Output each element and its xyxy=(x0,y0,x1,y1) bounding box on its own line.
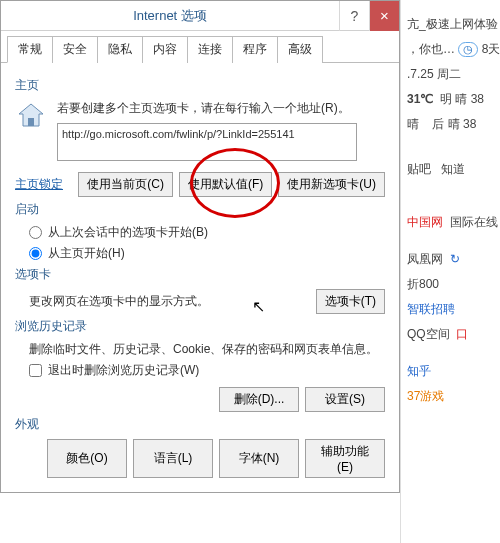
close-button[interactable]: × xyxy=(369,1,399,31)
section-history: 浏览历史记录 xyxy=(15,318,385,335)
tab-general[interactable]: 常规 xyxy=(7,36,53,63)
bg-weather: 晴 后 晴 38 xyxy=(407,116,494,133)
bg-link[interactable]: 贴吧 知道 xyxy=(407,161,494,178)
homepage-lock-link[interactable]: 主页锁定 xyxy=(15,176,63,193)
bg-weather: 31℃ 明 晴 38 xyxy=(407,91,494,108)
tabs-desc: 更改网页在选项卡中的显示方式。 xyxy=(29,293,209,310)
titlebar: Internet 选项 ? × xyxy=(1,1,399,31)
fonts-button[interactable]: 字体(N) xyxy=(219,439,299,478)
bg-link[interactable]: 中国网 国际在线 xyxy=(407,214,494,231)
internet-options-dialog: Internet 选项 ? × 常规 安全 隐私 内容 连接 程序 高级 主页 … xyxy=(0,0,400,493)
bg-link[interactable]: 智联招聘 xyxy=(407,301,494,318)
delete-on-exit-checkbox[interactable]: 退出时删除浏览历史记录(W) xyxy=(29,362,385,379)
home-icon xyxy=(15,100,47,132)
bg-date: .7.25 周二 xyxy=(407,66,494,83)
startup-last-session-radio[interactable]: 从上次会话中的选项卡开始(B) xyxy=(29,224,385,241)
languages-button[interactable]: 语言(L) xyxy=(133,439,213,478)
bg-link[interactable]: 凤凰网 ↻ xyxy=(407,251,494,268)
bg-link[interactable]: QQ空间 口 xyxy=(407,326,494,343)
tab-content-area: 主页 若要创建多个主页选项卡，请在每行输入一个地址(R)。 主页锁定 使用当前页… xyxy=(1,63,399,492)
help-button[interactable]: ? xyxy=(339,1,369,31)
dialog-title: Internet 选项 xyxy=(1,7,339,25)
tab-security[interactable]: 安全 xyxy=(52,36,98,63)
settings-button[interactable]: 设置(S) xyxy=(305,387,385,412)
refresh-icon[interactable]: ↻ xyxy=(450,252,460,266)
clock-icon: ◷ xyxy=(458,42,478,57)
bg-link[interactable]: 知乎 xyxy=(407,363,494,380)
section-startup: 启动 xyxy=(15,201,385,218)
background-browser-panel: 亢_极速上网体验 ，你也… ◷ 8天掌 .7.25 周二 31℃ 明 晴 38 … xyxy=(400,0,500,543)
homepage-url-input[interactable] xyxy=(57,123,357,161)
use-current-button[interactable]: 使用当前页(C) xyxy=(78,172,173,197)
tab-privacy[interactable]: 隐私 xyxy=(97,36,143,63)
tab-connections[interactable]: 连接 xyxy=(187,36,233,63)
homepage-desc: 若要创建多个主页选项卡，请在每行输入一个地址(R)。 xyxy=(57,100,385,117)
tab-advanced[interactable]: 高级 xyxy=(277,36,323,63)
history-desc: 删除临时文件、历史记录、Cookie、保存的密码和网页表单信息。 xyxy=(29,341,385,358)
tab-content[interactable]: 内容 xyxy=(142,36,188,63)
tabs-button[interactable]: 选项卡(T) xyxy=(316,289,385,314)
svg-rect-1 xyxy=(28,118,34,126)
tab-strip: 常规 安全 隐私 内容 连接 程序 高级 xyxy=(1,35,399,63)
section-tabs: 选项卡 xyxy=(15,266,385,283)
bg-text: 亢_极速上网体验 xyxy=(407,16,494,33)
section-appearance: 外观 xyxy=(15,416,385,433)
accessibility-button[interactable]: 辅助功能(E) xyxy=(305,439,385,478)
section-homepage: 主页 xyxy=(15,77,385,94)
delete-button[interactable]: 删除(D)... xyxy=(219,387,299,412)
startup-homepage-radio[interactable]: 从主页开始(H) xyxy=(29,245,385,262)
bg-text: ，你也… ◷ 8天掌 xyxy=(407,41,494,58)
bg-link[interactable]: 37游戏 xyxy=(407,388,494,405)
tab-programs[interactable]: 程序 xyxy=(232,36,278,63)
colors-button[interactable]: 颜色(O) xyxy=(47,439,127,478)
use-newtab-button[interactable]: 使用新选项卡(U) xyxy=(278,172,385,197)
use-default-button[interactable]: 使用默认值(F) xyxy=(179,172,272,197)
bg-link[interactable]: 折800 xyxy=(407,276,494,293)
